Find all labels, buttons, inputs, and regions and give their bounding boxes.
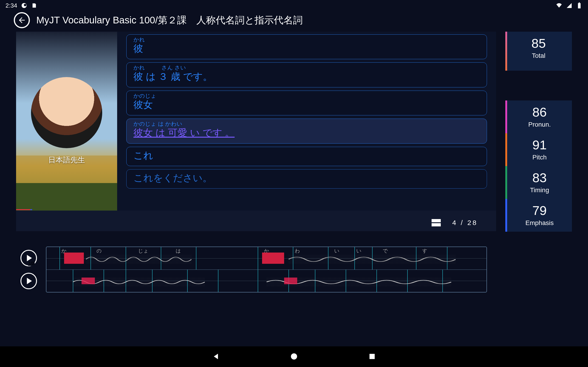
- play-button[interactable]: [20, 273, 37, 289]
- kana-label: で: [383, 248, 388, 254]
- score-pronun-label: Pronun.: [528, 121, 551, 128]
- status-bar: 2:34: [0, 0, 588, 11]
- phrase-text: これ: [133, 150, 480, 161]
- segment-tick: [60, 247, 60, 269]
- kana-label: い: [356, 248, 362, 254]
- waveform-panel: 1/2 かのじょはかわいいです kanojowakawaides: [16, 247, 487, 292]
- svg-rect-5: [370, 354, 375, 359]
- svg-point-4: [291, 353, 297, 359]
- video-progress[interactable]: [16, 209, 117, 211]
- triangle-back-icon: [212, 352, 220, 361]
- segment-tick: [218, 270, 218, 292]
- score-total-label: Total: [532, 52, 545, 59]
- segment-tick: [258, 270, 258, 292]
- teacher-photo: [31, 77, 102, 148]
- waveform-user: [46, 270, 486, 292]
- phrase-text: 彼女 は 可愛 い です 。: [133, 127, 480, 139]
- phrase-card[interactable]: これ: [126, 147, 487, 166]
- score-pitch: 91 Pitch: [505, 133, 572, 166]
- phrase-card[interactable]: かれ さん さい 彼 は ３ 歳 です。: [126, 62, 487, 87]
- phrase-card[interactable]: かれ 彼: [126, 34, 487, 59]
- page-sep: /: [461, 219, 464, 226]
- battery-icon: [576, 2, 582, 9]
- score-emphasis: 79 Emphasis: [505, 199, 572, 232]
- system-nav-bar: [0, 346, 588, 367]
- score-pitch-value: 91: [532, 137, 547, 152]
- furigana: かのじょ は かわい: [133, 121, 480, 127]
- phrase-text: これをください。: [133, 172, 480, 184]
- page-current: 4: [452, 219, 458, 226]
- phrase-card-active[interactable]: かのじょ は かわい 彼女 は 可愛 い です 。: [126, 119, 487, 143]
- score-timing: 83 Timing: [505, 166, 572, 199]
- kana-label: は: [176, 248, 181, 254]
- square-recent-icon: [368, 352, 376, 360]
- subtitle-icon[interactable]: [432, 219, 441, 226]
- circle-home-icon: [290, 352, 298, 361]
- svg-rect-2: [578, 3, 580, 8]
- status-time: 2:34: [6, 2, 17, 9]
- score-timing-value: 83: [532, 170, 547, 185]
- score-total: 85 Total: [505, 32, 572, 71]
- status-app-icon: [21, 2, 27, 9]
- phrase-card[interactable]: かのじょ 彼女: [126, 91, 487, 115]
- arrow-left-icon: [17, 16, 26, 25]
- kana-label: い: [334, 248, 339, 254]
- teacher-avatar-panel: 日本語先生: [16, 32, 117, 211]
- kana-label: の: [96, 248, 102, 254]
- waveform-box[interactable]: かのじょはかわいいです kanojowakawaides: [46, 247, 487, 292]
- phrase-text: 彼 は ３ 歳 です。: [133, 71, 480, 82]
- score-emphasis-value: 79: [532, 203, 547, 218]
- furigana: かのじょ: [133, 93, 480, 99]
- furigana: かれ: [133, 37, 480, 42]
- phrase-text: 彼: [133, 43, 480, 54]
- nav-back-button[interactable]: [211, 352, 221, 361]
- phrase-list[interactable]: かれ 彼 かれ さん さい 彼 は ３ 歳 です。 かのじょ 彼女 かのじょ は…: [117, 32, 496, 211]
- furigana: かれ さん さい: [133, 65, 480, 70]
- kana-label: じょ: [138, 248, 149, 254]
- score-pronun-value: 86: [532, 105, 547, 119]
- score-pitch-label: Pitch: [532, 154, 547, 161]
- app-header: MyJT Vocabulary Basic 100/第２課 人称代名詞と指示代名…: [0, 11, 588, 29]
- waveform-reference: かのじょはかわいいです kanojowakawaides: [46, 247, 486, 270]
- segment-tick: [196, 247, 196, 269]
- nav-recent-button[interactable]: [367, 352, 377, 361]
- score-total-value: 85: [531, 36, 546, 51]
- phrase-card[interactable]: これをください。: [126, 169, 487, 189]
- score-timing-label: Timing: [530, 186, 549, 194]
- score-pronun: 86 Pronun.: [505, 100, 572, 133]
- phrase-text: 彼女: [133, 99, 480, 110]
- score-panel: 85 Total 86 Pronun. 91 Pitch 83 Timing 7…: [505, 32, 572, 232]
- page-total: 28: [467, 219, 478, 226]
- wifi-icon: [556, 2, 562, 9]
- back-button[interactable]: [14, 12, 30, 28]
- sd-card-icon: [31, 2, 37, 9]
- svg-point-1: [24, 4, 26, 6]
- svg-rect-3: [579, 2, 580, 3]
- lesson-panel: 日本語先生 かれ 彼 かれ さん さい 彼 は ３ 歳 です。 かのじょ 彼女: [16, 32, 496, 231]
- segment-tick: [258, 247, 258, 269]
- nav-home-button[interactable]: [289, 352, 299, 361]
- play-half-speed-button[interactable]: 1/2: [20, 250, 37, 266]
- score-emphasis-label: Emphasis: [526, 219, 554, 227]
- teacher-name: 日本語先生: [48, 155, 85, 165]
- kana-label: す: [422, 248, 427, 254]
- page-indicator: 4 / 28: [432, 219, 478, 227]
- half-speed-label: 1/2: [28, 261, 35, 266]
- page-title: MyJT Vocabulary Basic 100/第２課 人称代名詞と指示代名…: [36, 14, 303, 27]
- signal-icon: [566, 2, 572, 9]
- kana-label: わ: [295, 248, 300, 254]
